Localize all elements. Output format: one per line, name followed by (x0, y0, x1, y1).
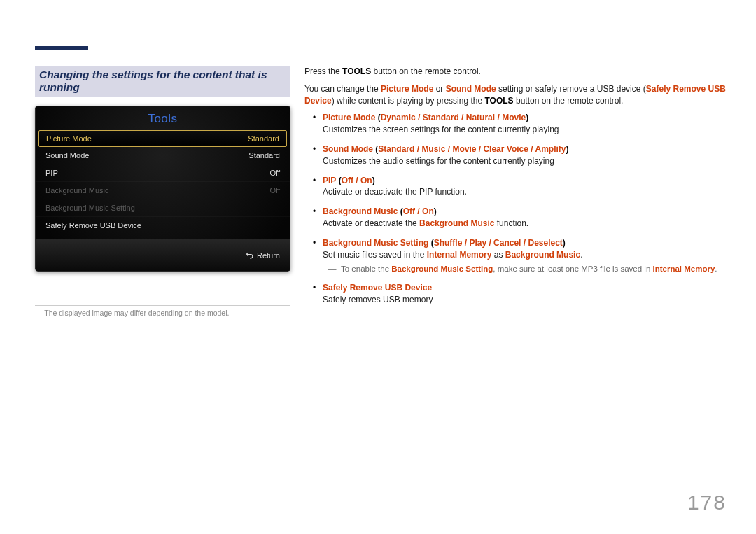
highlight: Sound Mode (446, 84, 496, 94)
text: button on the remote control. (514, 96, 624, 106)
item-title: Picture Mode (323, 113, 375, 122)
text: . (580, 250, 582, 260)
text: ) while content is playing by pressing t… (332, 96, 485, 106)
osd-row-safely-remove[interactable]: Safely Remove USB Device (36, 217, 290, 234)
opt: Standard (378, 144, 414, 154)
intro-line-1: Press the TOOLS button on the remote con… (304, 66, 728, 78)
highlight: Background Music (419, 218, 494, 228)
highlight: Internal Memory (427, 250, 492, 260)
section-heading: Changing the settings for the content th… (35, 66, 290, 97)
osd-row-label: Sound Mode (46, 151, 89, 160)
osd-row-value: Standard (248, 134, 279, 143)
sep: / (414, 144, 421, 154)
item-title: Background Music (323, 206, 398, 216)
highlight: Background Music Setting (391, 265, 493, 273)
sep: / (521, 238, 528, 248)
item-safely-remove: Safely Remove USB Device Safely removes … (304, 282, 728, 306)
osd-row-label: PIP (46, 169, 58, 177)
opt: Amplify (535, 144, 566, 154)
bold-text: TOOLS (342, 66, 371, 76)
page-content: Changing the settings for the content th… (35, 66, 728, 317)
paren: ) (563, 238, 566, 248)
opt: Off (403, 206, 415, 216)
opt: On (422, 206, 434, 216)
opt: On (360, 176, 372, 185)
item-desc: Customizes the audio settings for the co… (323, 155, 728, 167)
sep: / (495, 113, 502, 122)
sep: / (486, 238, 493, 248)
opt: Music (421, 144, 445, 154)
opt: Off (342, 176, 354, 185)
paren: ) (566, 144, 569, 154)
tools-osd-panel: Tools Picture Mode Standard Sound Mode S… (35, 106, 290, 272)
paren: ) (434, 206, 437, 216)
osd-row-label: Background Music (46, 186, 109, 195)
highlight: Background Music (505, 250, 580, 260)
osd-row-pip[interactable]: PIP Off (36, 164, 290, 182)
osd-row-label: Picture Mode (46, 134, 92, 143)
sep: / (462, 238, 469, 248)
opt: Natural (466, 113, 495, 122)
sep: / (416, 113, 423, 122)
osd-row-value: Off (270, 186, 280, 195)
osd-row-bg-music: Background Music Off (36, 182, 290, 199)
text: Activate or deactivate the (323, 218, 419, 228)
opt: Play (469, 238, 486, 248)
opt: Shuffle (434, 238, 463, 248)
page-number: 178 (687, 491, 727, 514)
return-button[interactable]: Return (245, 251, 280, 260)
text: , make sure at least one MP3 file is sav… (493, 265, 652, 273)
sep: / (445, 144, 452, 154)
highlight: Internal Memory (653, 265, 715, 273)
text: Press the (304, 66, 342, 76)
paren: ) (526, 113, 528, 122)
tools-osd-list: Picture Mode Standard Sound Mode Standar… (36, 130, 290, 239)
item-title: Background Music Setting (323, 238, 428, 248)
item-desc: Customizes the screen settings for the c… (323, 124, 728, 136)
item-sound-mode: Sound Mode (Standard / Music / Movie / C… (304, 143, 728, 167)
opt: Standard (423, 113, 459, 122)
item-picture-mode: Picture Mode (Dynamic / Standard / Natur… (304, 112, 728, 136)
osd-row-value: Standard (248, 151, 280, 160)
text: . (715, 265, 717, 273)
accent-bar (35, 46, 88, 50)
item-desc: Activate or deactivate the PIP function. (323, 186, 728, 198)
feature-list: Picture Mode (Dynamic / Standard / Natur… (304, 112, 728, 306)
sep: / (415, 206, 422, 216)
item-bg-music-setting: Background Music Setting (Shuffle / Play… (304, 237, 728, 275)
osd-row-sound-mode[interactable]: Sound Mode Standard (36, 147, 290, 164)
item-desc: Safely removes USB memory (323, 294, 728, 306)
text: or (433, 84, 445, 94)
opt: Cancel (493, 238, 521, 248)
item-title: Safely Remove USB Device (323, 283, 432, 293)
opt: Movie (452, 144, 476, 154)
text: setting or safely remove a USB device ( (496, 84, 646, 94)
sep: / (354, 176, 360, 185)
text: function. (494, 218, 528, 228)
osd-row-label: Background Music Setting (46, 204, 135, 212)
text: You can change the (304, 84, 381, 94)
osd-row-label: Safely Remove USB Device (46, 221, 141, 230)
item-desc: Activate or deactivate the Background Mu… (323, 218, 728, 230)
item-title: PIP (323, 176, 336, 185)
opt: Deselect (528, 238, 562, 248)
sep: / (459, 113, 466, 122)
item-pip: PIP (Off / On) Activate or deactivate th… (304, 175, 728, 199)
opt: Dynamic (381, 113, 416, 122)
sep: / (476, 144, 483, 154)
text: button on the remote control. (371, 66, 481, 76)
right-column: Press the TOOLS button on the remote con… (304, 66, 728, 317)
text: as (491, 250, 505, 260)
item-title: Sound Mode (323, 144, 373, 154)
intro-line-2: You can change the Picture Mode or Sound… (304, 83, 728, 107)
osd-row-value: Off (270, 169, 280, 177)
osd-row-bg-music-setting: Background Music Setting (36, 199, 290, 217)
text: To enable the (341, 265, 391, 273)
horizontal-rule (35, 48, 728, 48)
paren: ) (372, 176, 375, 185)
return-label: Return (257, 251, 280, 260)
highlight: Picture Mode (381, 84, 433, 94)
text: Set music files saved in the (323, 250, 427, 260)
tools-osd-footer: Return (36, 239, 290, 271)
osd-row-picture-mode[interactable]: Picture Mode Standard (38, 130, 287, 147)
